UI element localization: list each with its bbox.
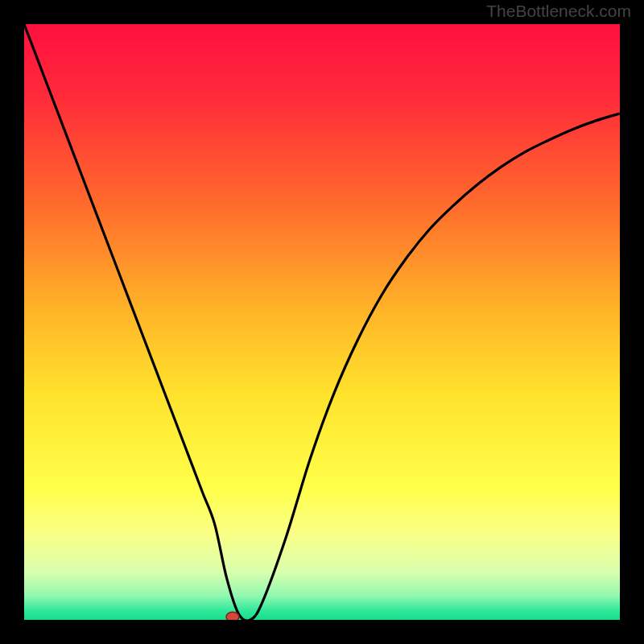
chart-svg <box>0 0 644 644</box>
chart-container: TheBottleneck.com <box>0 0 644 644</box>
plot-background <box>24 24 620 620</box>
watermark-text: TheBottleneck.com <box>486 2 631 21</box>
